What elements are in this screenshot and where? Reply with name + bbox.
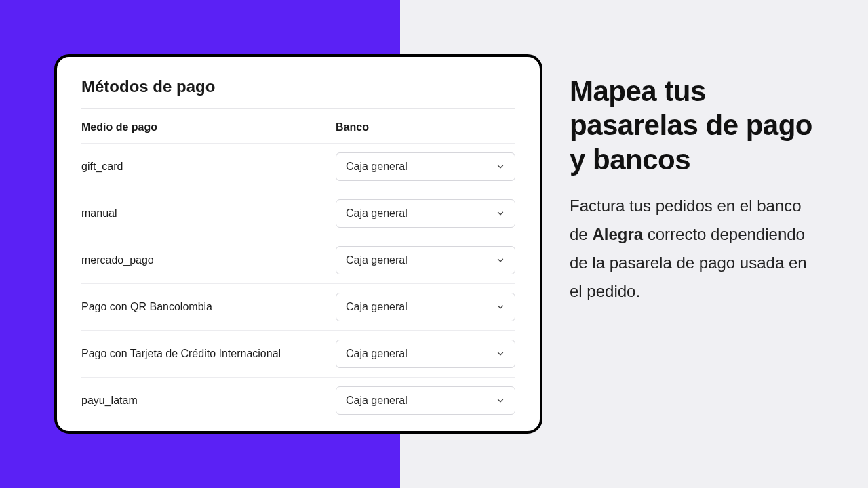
bank-select-value: Caja general (346, 254, 408, 266)
chevron-down-icon (496, 302, 505, 312)
payment-method-label: gift_card (81, 161, 336, 173)
payment-method-label: Pago con QR Bancolombia (81, 301, 336, 313)
bank-select-value: Caja general (346, 394, 408, 407)
chevron-down-icon (496, 396, 505, 405)
chevron-down-icon (496, 162, 505, 171)
chevron-down-icon (496, 209, 505, 218)
marketing-headline: Mapea tus pasarelas de pago y bancos (570, 75, 814, 177)
table-row: Pago con Tarjeta de Crédito Internaciona… (81, 330, 515, 377)
chevron-down-icon (496, 256, 505, 265)
table-body: gift_cardCaja generalmanualCaja generalm… (81, 143, 515, 424)
marketing-body-bold: Alegra (592, 225, 643, 243)
table-row: payu_latamCaja general (81, 377, 515, 424)
bank-select[interactable]: Caja general (336, 293, 515, 321)
card-title: Métodos de pago (81, 77, 515, 96)
bank-select-value: Caja general (346, 348, 408, 360)
column-header-bank: Banco (336, 121, 515, 134)
bank-select[interactable]: Caja general (336, 386, 515, 415)
bank-select[interactable]: Caja general (336, 340, 515, 368)
payment-method-label: manual (81, 207, 336, 220)
bank-select-value: Caja general (346, 161, 408, 173)
bank-select-value: Caja general (346, 207, 408, 220)
bank-select-value: Caja general (346, 301, 408, 313)
bank-select[interactable]: Caja general (336, 199, 515, 228)
table-row: Pago con QR BancolombiaCaja general (81, 283, 515, 330)
marketing-copy: Mapea tus pasarelas de pago y bancos Fac… (570, 75, 814, 306)
table-row: manualCaja general (81, 190, 515, 237)
marketing-body: Factura tus pedidos en el banco de Alegr… (570, 192, 814, 306)
table-row: mercado_pagoCaja general (81, 237, 515, 283)
table-row: gift_cardCaja general (81, 143, 515, 190)
bank-select[interactable]: Caja general (336, 152, 515, 181)
payment-methods-card: Métodos de pago Medio de pago Banco gift… (54, 54, 542, 434)
payment-method-label: Pago con Tarjeta de Crédito Internaciona… (81, 348, 336, 360)
payment-method-label: payu_latam (81, 394, 336, 407)
table-header: Medio de pago Banco (81, 109, 515, 143)
column-header-method: Medio de pago (81, 121, 336, 134)
chevron-down-icon (496, 349, 505, 359)
bank-select[interactable]: Caja general (336, 246, 515, 274)
stage: Métodos de pago Medio de pago Banco gift… (0, 0, 868, 488)
payment-method-label: mercado_pago (81, 254, 336, 266)
